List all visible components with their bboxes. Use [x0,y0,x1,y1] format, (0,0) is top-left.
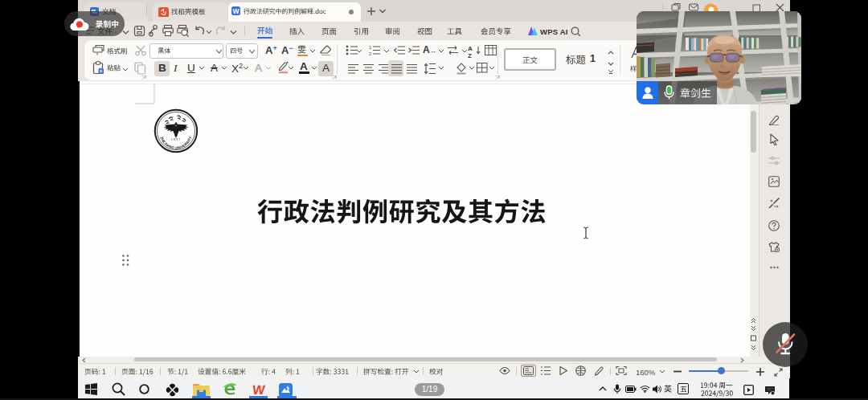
svg-text:2: 2 [369,51,372,55]
svg-text:1: 1 [369,45,372,50]
svg-text:W: W [232,7,240,15]
svg-text:W: W [252,383,266,396]
svg-text:1897: 1897 [171,137,182,141]
